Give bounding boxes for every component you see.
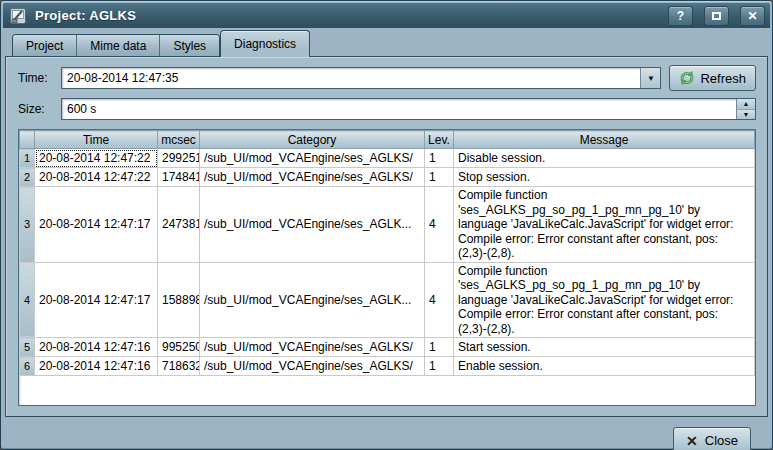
cell-message[interactable]: Compile function 'ses_AGLKS_pg_so_pg_1_p… (454, 187, 755, 263)
tab-mime-data-label: Mime data (90, 39, 146, 53)
cell-time[interactable]: 20-08-2014 12:47:22 (35, 168, 158, 187)
tab-project[interactable]: Project (13, 35, 77, 56)
tab-bar: Project Mime data Styles Diagnostics (3, 28, 770, 56)
refresh-icon (679, 70, 695, 86)
help-icon: ? (677, 9, 684, 23)
refresh-button-label: Refresh (700, 71, 746, 86)
tab-mime-data[interactable]: Mime data (77, 35, 160, 56)
row-number[interactable]: 4 (20, 262, 35, 338)
refresh-button[interactable]: Refresh (669, 65, 756, 91)
diagnostics-table-wrap: Time mcsec Category Lev. Message 1 20-08… (18, 129, 756, 406)
cell-time[interactable]: 20-08-2014 12:47:17 (35, 262, 158, 338)
table-row: 6 20-08-2014 12:47:16 718632 /sub_UI/mod… (20, 357, 755, 376)
time-dropdown-button[interactable]: ▼ (640, 68, 660, 88)
cell-lev[interactable]: 1 (425, 168, 454, 187)
cell-category[interactable]: /sub_UI/mod_VCAEngine/ses_AGLKS/ (200, 338, 425, 357)
cell-message[interactable]: Stop session. (454, 168, 755, 187)
row-number[interactable]: 3 (20, 187, 35, 263)
diagnostics-panel: Time: 20-08-2014 12:47:35 ▼ Refresh Size… (5, 56, 768, 417)
close-button-label: Close (705, 433, 738, 448)
time-combobox[interactable]: 20-08-2014 12:47:35 ▼ (61, 67, 661, 89)
cell-category[interactable]: /sub_UI/mod_VCAEngine/ses_AGLKS/ (200, 149, 425, 168)
help-button[interactable]: ? (668, 6, 693, 26)
cell-lev[interactable]: 4 (425, 262, 454, 338)
table-row: 3 20-08-2014 12:47:17 247381 /sub_UI/mod… (20, 187, 755, 263)
cell-mcsec[interactable]: 158898 (158, 262, 200, 338)
col-header-lev[interactable]: Lev. (425, 131, 454, 149)
window-icon (9, 7, 27, 25)
size-label: Size: (18, 102, 61, 116)
cell-time[interactable]: 20-08-2014 12:47:17 (35, 187, 158, 263)
cell-mcsec[interactable]: 299251 (158, 149, 200, 168)
cell-category[interactable]: /sub_UI/mod_VCAEngine/ses_AGLKS/ (200, 357, 425, 376)
titlebar[interactable]: Project: AGLKS ? ✕ (3, 3, 770, 28)
maximize-button[interactable] (704, 6, 729, 26)
time-label: Time: (18, 71, 61, 85)
cell-category[interactable]: /sub_UI/mod_VCAEngine/ses_AGLK... (200, 262, 425, 338)
cell-time[interactable]: 20-08-2014 12:47:16 (35, 357, 158, 376)
cell-lev[interactable]: 1 (425, 149, 454, 168)
close-button-x-icon: ✕ (686, 433, 698, 449)
cell-mcsec[interactable]: 718632 (158, 357, 200, 376)
size-spin-buttons: ▲ ▼ (736, 99, 755, 119)
size-value[interactable]: 600 s (62, 99, 736, 119)
table-row: 2 20-08-2014 12:47:22 174841 /sub_UI/mod… (20, 168, 755, 187)
cell-time[interactable]: 20-08-2014 12:47:22 (35, 149, 158, 168)
cell-lev[interactable]: 1 (425, 357, 454, 376)
tab-group: Project Mime data Styles (12, 34, 220, 56)
col-header-category[interactable]: Category (200, 131, 425, 149)
tab-diagnostics[interactable]: Diagnostics (220, 30, 310, 57)
table-row: 1 20-08-2014 12:47:22 299251 /sub_UI/mod… (20, 149, 755, 168)
cell-category[interactable]: /sub_UI/mod_VCAEngine/ses_AGLK... (200, 187, 425, 263)
tab-project-label: Project (26, 39, 63, 53)
cell-time[interactable]: 20-08-2014 12:47:16 (35, 338, 158, 357)
size-spinbox[interactable]: 600 s ▲ ▼ (61, 98, 756, 120)
close-icon: ✕ (747, 9, 757, 23)
cell-message[interactable]: Enable session. (454, 357, 755, 376)
cell-message[interactable]: Start session. (454, 338, 755, 357)
diagnostics-table: Time mcsec Category Lev. Message 1 20-08… (19, 130, 755, 376)
tab-styles[interactable]: Styles (160, 35, 219, 56)
cell-mcsec[interactable]: 995250 (158, 338, 200, 357)
col-header-mcsec[interactable]: mcsec (158, 131, 200, 149)
spin-up-button[interactable]: ▲ (737, 99, 755, 110)
row-number[interactable]: 2 (20, 168, 35, 187)
time-value[interactable]: 20-08-2014 12:47:35 (62, 68, 640, 88)
time-row: Time: 20-08-2014 12:47:35 ▼ Refresh (18, 65, 756, 91)
dialog-footer: ✕ Close (3, 417, 770, 450)
row-number[interactable]: 6 (20, 357, 35, 376)
cell-category[interactable]: /sub_UI/mod_VCAEngine/ses_AGLKS/ (200, 168, 425, 187)
table-row: 5 20-08-2014 12:47:16 995250 /sub_UI/mod… (20, 338, 755, 357)
cell-message[interactable]: Disable session. (454, 149, 755, 168)
col-header-message[interactable]: Message (454, 131, 755, 149)
cell-mcsec[interactable]: 174841 (158, 168, 200, 187)
project-dialog-window: Project: AGLKS ? ✕ Project Mime data Sty… (0, 0, 773, 450)
cell-lev[interactable]: 4 (425, 187, 454, 263)
col-header-num[interactable] (20, 131, 35, 149)
close-button[interactable]: ✕ Close (673, 427, 751, 450)
cell-lev[interactable]: 1 (425, 338, 454, 357)
cell-message[interactable]: Compile function 'ses_AGLKS_pg_so_pg_1_p… (454, 262, 755, 338)
col-header-time[interactable]: Time (35, 131, 158, 149)
tab-styles-label: Styles (173, 39, 206, 53)
row-number[interactable]: 1 (20, 149, 35, 168)
spin-up-icon: ▲ (743, 100, 750, 107)
spin-down-icon: ▼ (743, 111, 750, 118)
maximize-icon (712, 12, 721, 20)
close-window-button[interactable]: ✕ (740, 6, 765, 26)
size-row: Size: 600 s ▲ ▼ (18, 98, 756, 120)
chevron-down-icon: ▼ (647, 74, 655, 83)
cell-mcsec[interactable]: 247381 (158, 187, 200, 263)
tab-diagnostics-label: Diagnostics (234, 37, 296, 51)
window-title: Project: AGLKS (35, 8, 657, 23)
spin-down-button[interactable]: ▼ (737, 110, 755, 120)
table-row: 4 20-08-2014 12:47:17 158898 /sub_UI/mod… (20, 262, 755, 338)
table-header-row: Time mcsec Category Lev. Message (20, 131, 755, 149)
row-number[interactable]: 5 (20, 338, 35, 357)
